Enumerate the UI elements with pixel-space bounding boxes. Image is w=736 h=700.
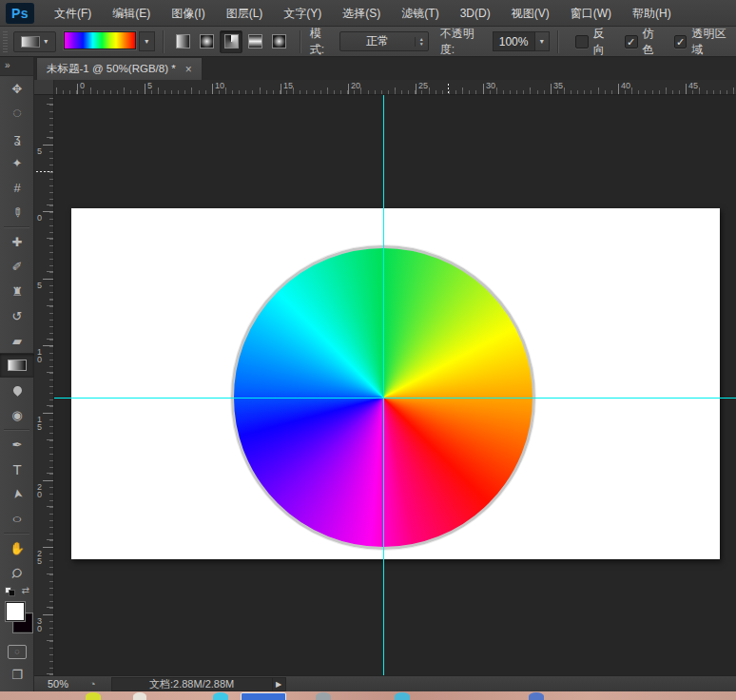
foreground-color-swatch[interactable] [6,602,25,621]
diamond-gradient-icon [272,34,286,49]
menu-help[interactable]: 帮助(H) [622,0,682,27]
tool-eraser[interactable]: ▰ [0,328,34,353]
tool-elliptical-marquee[interactable]: ◌ [0,101,34,126]
dither-checkbox-group[interactable]: ✓ 仿色 [625,26,665,58]
document-size-field[interactable]: 文档:2.88M/2.88M [111,677,273,691]
canvas-viewport[interactable] [54,95,736,675]
quick-mask-button[interactable]: ◌ [0,640,34,663]
tool-gradient[interactable] [0,353,34,378]
tool-brush[interactable]: ✐ [0,254,34,279]
ruler-label: 25 [37,550,45,565]
menu-view[interactable]: 视图(V) [501,0,560,27]
menu-bar: Ps 文件(F) 编辑(E) 图像(I) 图层(L) 文字(Y) 选择(S) 滤… [0,0,736,27]
tool-path-selection[interactable]: ➤ [0,481,34,506]
marquee-icon: ◌ [12,105,22,122]
ruler-label: 25 [418,81,428,90]
gradient-tool-icon [8,360,27,371]
dither-checkbox[interactable]: ✓ [625,35,638,49]
ruler-label: 5 [147,81,152,90]
tool-dodge[interactable]: ◉ [0,402,34,427]
default-colors-icon[interactable] [5,587,15,596]
menu-file[interactable]: 文件(F) [44,0,102,27]
taskbar-icon [133,692,146,700]
tool-lasso[interactable]: ʓ [0,126,34,150]
status-flyout-button[interactable]: ▶ [273,677,286,691]
reverse-label: 反向 [593,26,615,58]
vertical-guide[interactable] [383,95,384,675]
opacity-input[interactable]: 100% [493,31,535,51]
swap-colors-icon[interactable]: ⇄ [22,585,29,595]
lasso-icon: ʓ [13,131,20,146]
menu-window[interactable]: 窗口(W) [560,0,622,27]
document-tab-title: 未标题-1 @ 50%(RGB/8) * [47,62,176,76]
blend-mode-select[interactable]: 正常 ▲▼ [339,31,428,51]
close-icon[interactable]: × [185,63,192,76]
tool-ellipse[interactable]: ○ [0,506,34,531]
chevron-down-icon: ▾ [145,37,148,46]
reverse-checkbox-group[interactable]: 反向 [575,26,615,58]
tool-preset-picker[interactable]: ▾ [13,31,56,52]
blend-mode-value: 正常 [340,33,414,49]
menu-select[interactable]: 选择(S) [332,0,391,27]
quick-mask-icon: ◌ [14,647,19,656]
separator [4,226,29,227]
transparency-checkbox-group[interactable]: ✓ 透明区域 [674,26,736,58]
reverse-checkbox[interactable] [575,35,589,49]
tool-zoom[interactable]: Ϙ [0,560,34,585]
ruler-label: 20 [37,483,45,498]
tool-move[interactable]: ✥ [0,76,34,101]
transparency-label: 透明区域 [691,26,736,58]
taskbar-icon [86,692,101,700]
tool-hand[interactable]: ✋ [0,535,34,560]
horizontal-guide[interactable] [54,398,736,399]
menu-edit[interactable]: 编辑(E) [102,0,161,27]
tool-crop[interactable]: # [0,175,34,200]
tool-blur[interactable] [0,378,34,402]
screen-mode-button[interactable]: ❐ [0,663,34,686]
ellipse-icon: ○ [11,512,22,526]
menu-image[interactable]: 图像(I) [161,0,215,27]
tools-panel: » ✥ ◌ ʓ ✦ # ✏ ✚ ✐ ♜ ↺ ▰ ◉ ✒ T ➤ ○ ✋ Ϙ ⇄ … [0,57,34,691]
gradient-type-diamond-button[interactable] [268,30,290,53]
ruler-corner[interactable] [34,80,54,95]
zoom-icon: Ϙ [9,564,26,581]
clone-stamp-icon: ♜ [11,284,23,299]
zoom-level-field[interactable]: 50% [48,678,89,690]
gradient-preview[interactable] [64,31,136,49]
document-tab[interactable]: 未标题-1 @ 50%(RGB/8) * × [36,57,203,80]
tool-pen[interactable]: ✒ [0,432,34,457]
ruler-label: 10 [215,81,224,90]
gradient-type-radial-button[interactable] [196,30,218,53]
ruler-label: 15 [37,416,45,431]
vertical-ruler[interactable]: 5 0 5 10 15 20 25 30 [34,95,54,675]
menu-layer[interactable]: 图层(L) [216,0,274,27]
options-grip[interactable] [3,31,8,52]
menu-filter[interactable]: 滤镜(T) [391,0,449,27]
gradient-type-reflected-button[interactable] [244,30,266,53]
tool-eyedropper[interactable]: ✏ [0,200,34,224]
transparency-checkbox[interactable]: ✓ [674,35,688,49]
ruler-label: 5 [37,282,45,289]
opacity-label: 不透明度: [440,26,488,58]
ps-logo: Ps [6,3,34,24]
angle-gradient-icon [224,34,239,49]
opacity-dropdown-button[interactable]: ▾ [535,31,551,51]
blur-drop-icon [11,384,24,397]
mode-label: 模式: [310,26,336,58]
tool-quick-selection[interactable]: ✦ [0,150,34,175]
tool-healing-brush[interactable]: ✚ [0,229,34,254]
photoshop-window: Ps 文件(F) 编辑(E) 图像(I) 图层(L) 文字(Y) 选择(S) 滤… [0,0,736,700]
gradient-type-angle-button[interactable] [220,30,242,53]
tool-clone-stamp[interactable]: ♜ [0,279,34,303]
tool-history-brush[interactable]: ↺ [0,303,34,328]
menu-type[interactable]: 文字(Y) [273,0,332,27]
dither-label: 仿色 [643,26,665,58]
horizontal-ruler[interactable]: 0 5 10 15 20 25 30 35 40 45 [34,80,736,95]
tool-type[interactable]: T [0,457,34,481]
toolbar-collapse-button[interactable]: » [0,57,33,76]
separator [4,429,29,430]
chevron-down-icon: ▾ [44,37,48,46]
gradient-picker-button[interactable]: ▾ [139,31,155,51]
gradient-type-linear-button[interactable] [172,30,194,53]
menu-3d[interactable]: 3D(D) [450,0,501,27]
